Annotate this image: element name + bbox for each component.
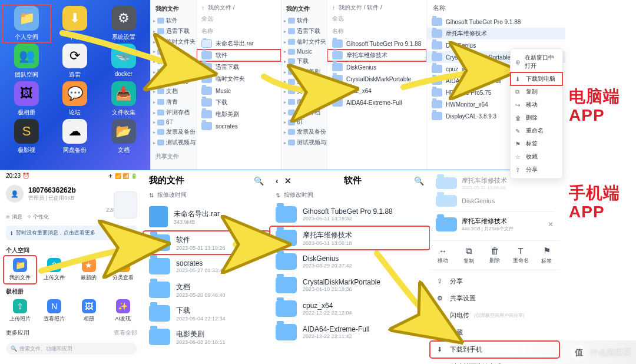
- close-icon[interactable]: ✕: [284, 176, 292, 186]
- tree-item[interactable]: ▸发票及备份: [151, 127, 196, 137]
- tree-item[interactable]: ▸迅雷下载: [151, 26, 196, 37]
- file-row[interactable]: AIDA64-Extreme-Full: [327, 97, 426, 108]
- launcher-item[interactable]: 💬论坛: [52, 81, 98, 117]
- up-icon[interactable]: ↑: [201, 5, 204, 11]
- tree-item[interactable]: ▸测试视频与图片: [281, 137, 327, 148]
- menu-item[interactable]: 🗑删除: [511, 111, 562, 124]
- file-row[interactable]: Gihosoft TubeGet Pro 9.1.88: [427, 16, 565, 28]
- tree-item[interactable]: ▸评测存档: [281, 107, 327, 118]
- launcher-item[interactable]: ⬇下载: [52, 6, 98, 41]
- select-all[interactable]: 全选: [201, 15, 213, 23]
- list-item[interactable]: 下载2023-06-04 22:12:34: [143, 302, 270, 325]
- sort-label[interactable]: 按修改时间: [284, 191, 313, 199]
- tree-item[interactable]: ▸发票及备份: [281, 127, 327, 137]
- chip-messages[interactable]: ⊙ 消息: [6, 213, 22, 221]
- menu-item[interactable]: ⊕在新窗口中打开: [511, 51, 562, 72]
- file-row[interactable]: cpuz_x64: [327, 85, 426, 97]
- tree-item[interactable]: ▸软件: [151, 15, 196, 26]
- tree-item[interactable]: ▸唐青: [151, 97, 196, 107]
- list-item[interactable]: 摩托车维修技术2023-05-31 13:06:18: [270, 226, 430, 250]
- menu-item[interactable]: ⧉复制: [511, 85, 562, 98]
- file-row[interactable]: Gihosoft TubeGet Pro 9.1.88: [327, 38, 426, 49]
- menu-item[interactable]: ⇪分享: [511, 163, 562, 176]
- launcher-item[interactable]: 🖼极相册: [4, 81, 49, 117]
- option-item[interactable]: ⚡闪电传(仅限极空间用户间分享): [430, 307, 559, 324]
- chip-personalize[interactable]: ✧ 个性化: [27, 213, 49, 221]
- close-icon[interactable]: ✕: [548, 220, 554, 229]
- quick-item[interactable]: ⇧上传照片: [4, 297, 37, 325]
- launcher-item[interactable]: 👥团队空间: [4, 44, 49, 79]
- quick-item[interactable]: 🖼相册: [72, 297, 105, 325]
- list-item[interactable]: DiskGenius2023-03-29 20:37:42: [270, 250, 430, 273]
- list-item[interactable]: 文档2023-05-20 09:46:40: [143, 278, 270, 302]
- list-item[interactable]: CrystalDiskMarkPortable2023-01-10 21:18:…: [270, 273, 430, 297]
- breadcrumb[interactable]: 我的文件 / 软件 /: [339, 4, 382, 12]
- quick-item[interactable]: 🗂分类查看: [107, 256, 140, 284]
- menu-item[interactable]: ⚑标签: [511, 137, 562, 150]
- list-item[interactable]: AIDA64-Extreme-Full2022-12-22 22:11:42: [270, 320, 430, 344]
- tree-item[interactable]: ▸临时文件夹: [151, 37, 196, 47]
- file-row[interactable]: 软件: [197, 49, 281, 61]
- file-row[interactable]: DiskGenius: [327, 61, 426, 73]
- quick-item[interactable]: ⇧上传文件: [38, 256, 71, 284]
- search-icon[interactable]: 🔍: [254, 176, 264, 186]
- file-row[interactable]: 下载: [197, 97, 281, 108]
- list-item[interactable]: socrates2023-05-27 01:33:42: [143, 254, 270, 278]
- action-button[interactable]: ⧉复制: [456, 246, 482, 265]
- search-input[interactable]: 🔍搜索文件、功能和应用: [6, 343, 137, 355]
- quick-item[interactable]: N查看照片: [38, 297, 71, 325]
- tree-item[interactable]: ▸Music: [151, 47, 196, 56]
- see-all[interactable]: 查看全部: [114, 329, 137, 337]
- action-button[interactable]: ↔移动: [430, 246, 456, 265]
- quick-item[interactable]: ★最新的: [72, 256, 105, 284]
- tree-item[interactable]: ▸迅雷下载: [281, 26, 327, 37]
- select-all[interactable]: 全选: [332, 15, 344, 23]
- file-row[interactable]: 未命名导出.rar: [197, 38, 281, 49]
- menu-item[interactable]: ☆收藏: [511, 150, 562, 163]
- action-button[interactable]: 🗑删除: [482, 246, 508, 265]
- file-row[interactable]: 摩托车维修技术: [327, 49, 426, 61]
- tree-item[interactable]: ▸socrates: [281, 77, 327, 86]
- launcher-item[interactable]: 📥文件收集: [101, 81, 147, 117]
- breadcrumb[interactable]: 我的文件 /: [208, 4, 235, 12]
- launcher-item[interactable]: 📁个人空间: [4, 6, 49, 41]
- launcher-item[interactable]: 📂文档: [101, 119, 147, 154]
- up-icon[interactable]: ↑: [332, 5, 335, 11]
- tree-item[interactable]: ▸临时文件夹: [281, 37, 327, 47]
- sort-label[interactable]: 按修改时间: [157, 191, 187, 199]
- action-button[interactable]: T重命名: [508, 246, 534, 265]
- list-item[interactable]: 软件2023-05-31 13:19:26: [143, 231, 270, 254]
- tree-item[interactable]: ▸软件: [281, 15, 327, 26]
- tree-item[interactable]: ▸socrates: [151, 77, 196, 86]
- file-row[interactable]: 临时文件夹: [197, 73, 281, 85]
- launcher-item[interactable]: ⟳迅雷: [52, 44, 98, 79]
- list-item[interactable]: 电影美剧2023-06-02 20:10:11: [143, 325, 270, 349]
- list-item[interactable]: 未命名导出.rar343.9MB: [143, 203, 270, 231]
- avatar[interactable]: 👤: [6, 185, 24, 203]
- sort-icon[interactable]: ⇅: [276, 192, 280, 198]
- tree-item[interactable]: ▸文档: [151, 86, 196, 97]
- back-icon[interactable]: ‹: [276, 176, 279, 186]
- tree-item[interactable]: ▸下载: [151, 56, 196, 67]
- file-row[interactable]: socrates: [197, 120, 281, 132]
- tree-item[interactable]: ▸电影美剧: [151, 67, 196, 77]
- notice-banner[interactable]: ℹ暂时没有重要消息，点击查看更多: [6, 226, 137, 240]
- option-item[interactable]: ⇪分享: [430, 273, 559, 290]
- menu-item[interactable]: ✎重命名: [511, 124, 562, 137]
- tree-item[interactable]: ▸唐青: [281, 97, 327, 107]
- tree-item[interactable]: ▸文档: [281, 86, 327, 97]
- option-item[interactable]: ⚙共享设置: [430, 290, 559, 307]
- tree-item[interactable]: ▸测试视频与图片: [151, 137, 196, 148]
- tree-item[interactable]: ▸下载: [281, 56, 327, 67]
- launcher-item[interactable]: ☁网盘备份: [52, 119, 98, 154]
- file-row[interactable]: 迅雷下载: [197, 61, 281, 73]
- file-row[interactable]: 电影美剧: [197, 108, 281, 120]
- tree-item[interactable]: ▸6T: [281, 118, 327, 127]
- file-row[interactable]: Music: [197, 85, 281, 97]
- quick-item[interactable]: ✨AI发现: [107, 297, 140, 325]
- option-item[interactable]: ☆收藏: [430, 324, 559, 341]
- launcher-item[interactable]: ⚙系统设置: [101, 6, 147, 41]
- nas-device-icon[interactable]: [114, 191, 137, 219]
- file-row[interactable]: CrystalDiskMarkPortable: [327, 73, 426, 85]
- tree-item[interactable]: ▸评测存档: [151, 107, 196, 118]
